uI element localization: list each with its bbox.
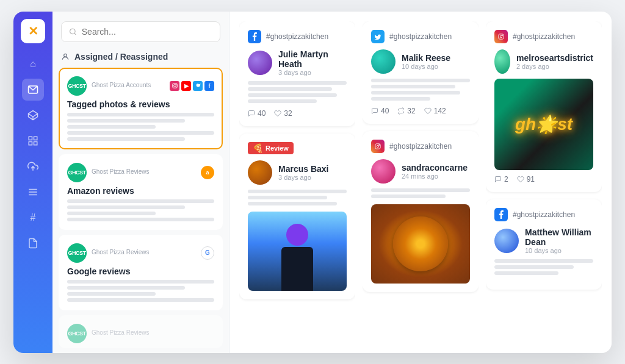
post-actions-julie: 40 32: [248, 109, 347, 118]
post-line: [371, 91, 460, 95]
svg-rect-4: [34, 137, 37, 140]
main-content: #ghostpizzakitchen Julie Martyn Heath 3 …: [229, 12, 612, 353]
sidebar-item-home[interactable]: ⌂: [22, 53, 44, 75]
retweet-action-malik[interactable]: 32: [397, 107, 415, 115]
post-line: [371, 194, 446, 198]
content-line: [67, 292, 156, 296]
content-line: [67, 125, 156, 129]
sidebar-item-upload[interactable]: [22, 155, 44, 177]
comment-action-melrose[interactable]: 2: [494, 175, 508, 184]
avatar-sandra: [371, 159, 396, 184]
sidebar-item-layers[interactable]: [22, 104, 44, 126]
store-image: gh🌟st: [494, 79, 593, 170]
sidebar-item-grid[interactable]: [22, 130, 44, 152]
feed-meta-1: Ghost Pizza Accounts: [92, 82, 165, 90]
comment-icon: [494, 176, 502, 183]
feed-title-2: Amazon reviews: [67, 186, 214, 196]
post-card-header-ig-sandra: #ghostpizzakitchen: [371, 140, 470, 153]
feed-item-google[interactable]: GHCST Ghost Pizza Reviews G Google revie…: [59, 235, 223, 310]
section-header: Assigned / Reassigned: [52, 49, 229, 68]
person-body: [281, 247, 313, 291]
post-card-facebook-matthew: #ghostpizzakitchen Matthew William Dean …: [486, 199, 602, 290]
search-bar[interactable]: [61, 21, 220, 42]
content-line: [67, 113, 214, 116]
svg-point-11: [70, 29, 76, 34]
feed-source-4: Ghost Pizza Reviews: [92, 329, 214, 336]
sidebar-item-document[interactable]: [22, 181, 44, 203]
twitter-badge: [193, 81, 203, 91]
user-time-marcus: 3 days ago: [278, 174, 347, 181]
sidebar-item-inbox[interactable]: [22, 79, 44, 101]
post-line: [248, 196, 327, 199]
person-head: [286, 224, 308, 246]
post-card-instagram-sandra: #ghostpizzakitchen sandraconcarne 24 min…: [363, 131, 479, 292]
sidebar-item-hashtag[interactable]: #: [22, 207, 44, 229]
feed-item-partial[interactable]: GHCST Ghost Pizza Reviews: [59, 315, 223, 348]
post-content-lines-malik: [371, 79, 470, 101]
post-card-facebook-julie: #ghostpizzakitchen Julie Martyn Heath 3 …: [239, 21, 355, 126]
post-line: [494, 259, 593, 263]
feed-avatar-2: GHCST: [67, 163, 87, 182]
content-line: [67, 298, 214, 302]
feed-content-lines-1: [67, 113, 214, 141]
post-card-review-marcus: 🍕 Review Marcus Baxi 3 days ago: [239, 134, 355, 299]
amazon-badge: a: [201, 166, 214, 179]
person-icon: [61, 52, 70, 61]
post-user-row-marcus: Marcus Baxi 3 days ago: [248, 160, 347, 185]
post-card-header-review: 🍕 Review: [248, 142, 347, 154]
feed-avatar-1: GHCST: [67, 76, 87, 96]
pizza-image: [371, 204, 470, 284]
post-handle-fb: #ghostpizzakitchen: [266, 32, 328, 41]
heart-action-malik[interactable]: 142: [424, 107, 446, 115]
post-card-header-fb-matthew: #ghostpizzakitchen: [494, 208, 593, 221]
comment-action-malik[interactable]: 40: [371, 107, 389, 115]
post-handle-ig-sandra: #ghostpizzakitchen: [389, 142, 452, 151]
heart-icon: [274, 110, 281, 117]
user-name-marcus: Marcus Baxi: [278, 164, 347, 174]
post-user-row-julie: Julie Martyn Heath 3 days ago: [248, 49, 347, 76]
feed-item-tagged[interactable]: GHCST Ghost Pizza Accounts ▶ f: [59, 68, 223, 149]
sidebar-item-file[interactable]: [22, 232, 44, 254]
marcus-photo: [248, 212, 347, 291]
user-name-sandra: sandraconcarne: [402, 163, 470, 173]
app-logo[interactable]: ✕: [21, 19, 45, 43]
google-badge: G: [201, 246, 214, 260]
search-icon: [69, 27, 77, 36]
heart-action-melrose[interactable]: 91: [517, 175, 535, 184]
comment-action[interactable]: 40: [248, 109, 266, 118]
feed-source-3: Ghost Pizza Reviews: [92, 249, 196, 255]
svg-point-15: [173, 85, 176, 87]
svg-point-19: [379, 145, 380, 145]
facebook-badge: f: [204, 81, 214, 91]
search-input[interactable]: [82, 27, 212, 37]
like-action[interactable]: 32: [274, 109, 292, 118]
user-time-matthew: 10 days ago: [525, 247, 593, 254]
comment-icon: [248, 110, 255, 117]
user-time-sandra: 24 mins ago: [402, 173, 470, 180]
review-platform-badge: 🍕 Review: [248, 142, 294, 154]
user-time-melrose: 2 days ago: [516, 63, 593, 70]
post-line: [248, 202, 337, 205]
content-line: [67, 218, 214, 221]
user-name-julie: Julie Martyn Heath: [278, 49, 347, 69]
post-content-lines-julie: [248, 81, 347, 103]
feed-content-lines-3: [67, 280, 214, 302]
post-user-row-malik: Malik Reese 10 days ago: [371, 49, 470, 74]
post-card-instagram-melrose: #ghostpizzakitchen melroseartsdistrict 2…: [486, 21, 602, 192]
content-line: [67, 131, 214, 135]
youtube-badge: ▶: [181, 81, 191, 91]
feed-title-1: Tagged photos & reviews: [67, 99, 214, 109]
content-line: [67, 212, 156, 215]
post-content-lines-sandra: [371, 188, 470, 198]
post-line: [248, 81, 347, 85]
svg-point-16: [176, 84, 176, 85]
user-info-melrose: melroseartsdistrict 2 days ago: [516, 53, 593, 70]
user-info-julie: Julie Martyn Heath 3 days ago: [278, 49, 347, 76]
feed-meta-3: Ghost Pizza Reviews: [92, 249, 196, 257]
svg-rect-6: [34, 141, 37, 145]
instagram-badge: [170, 81, 179, 91]
content-line: [67, 280, 214, 284]
content-line: [67, 205, 185, 209]
feed-item-amazon[interactable]: GHCST Ghost Pizza Reviews a Amazon revie…: [59, 154, 223, 230]
post-card-header-ig-melrose: #ghostpizzakitchen: [494, 30, 593, 43]
